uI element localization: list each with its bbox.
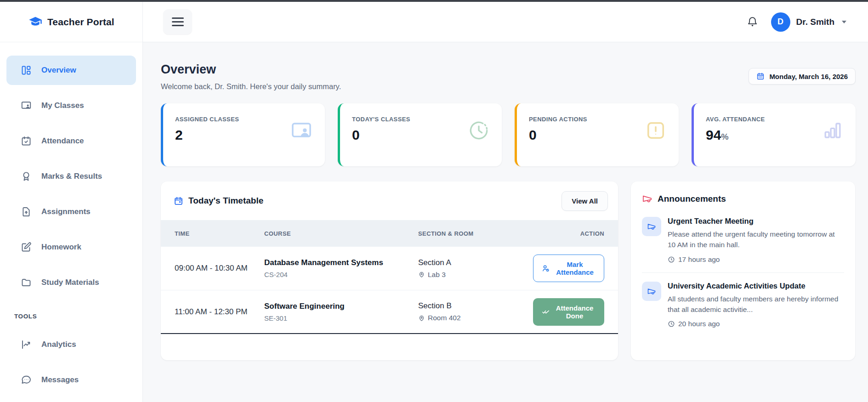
screen-user-icon xyxy=(21,100,32,111)
announcement-body: All students and faculty members are her… xyxy=(668,294,844,315)
calendar-icon xyxy=(174,196,183,206)
clock-icon xyxy=(467,119,490,142)
sidebar-item-assignments[interactable]: Assignments xyxy=(6,197,136,226)
folder-icon xyxy=(21,277,32,288)
sidebar-toggle-button[interactable] xyxy=(163,9,192,34)
page-content: Overview Welcome back, Dr. Smith. Here's… xyxy=(143,42,868,402)
sidebar-item-label: Overview xyxy=(41,66,76,75)
bell-icon xyxy=(747,16,758,28)
alert-square-icon xyxy=(644,119,667,142)
sidebar-item-label: Marks & Results xyxy=(41,172,102,181)
clock-icon xyxy=(668,256,675,263)
notifications-button[interactable] xyxy=(747,16,758,28)
row-course-name: Software Engineering xyxy=(264,302,418,311)
row-room: Room 402 xyxy=(428,314,461,322)
row-course-name: Database Management Systems xyxy=(264,258,418,267)
stat-card-pending-actions: PENDING ACTIONS 0 xyxy=(515,103,679,166)
sidebar-item-analytics[interactable]: Analytics xyxy=(6,330,136,359)
brand: Teacher Portal xyxy=(0,2,142,42)
timetable-header: Today's Timetable View All xyxy=(161,181,618,220)
megaphone-icon xyxy=(642,217,661,236)
file-upload-icon xyxy=(21,206,32,217)
column-course: COURSE xyxy=(264,230,418,237)
date-chip[interactable]: Monday, March 16, 2026 xyxy=(749,68,856,85)
medal-icon xyxy=(21,171,32,182)
sidebar-nav: Overview My Classes Attendance Marks & R… xyxy=(0,42,142,401)
clock-icon xyxy=(668,320,675,328)
announcements-title: Announcements xyxy=(658,194,726,204)
stat-value: 94 xyxy=(706,127,721,142)
row-time: 09:00 AM - 10:30 AM xyxy=(175,264,248,272)
user-menu[interactable]: D Dr. Smith xyxy=(771,12,846,32)
user-check-icon xyxy=(542,264,550,272)
row-room: Lab 3 xyxy=(428,271,446,279)
attendance-done-label: Attendance Done xyxy=(554,304,596,320)
megaphone-icon xyxy=(642,193,652,204)
sidebar-item-my-classes[interactable]: My Classes xyxy=(6,91,136,120)
calendar-check-icon xyxy=(21,136,32,147)
row-time: 11:00 AM - 12:30 PM xyxy=(175,307,247,316)
hamburger-icon xyxy=(172,17,184,19)
chat-icon xyxy=(21,374,32,385)
sidebar-item-label: Attendance xyxy=(41,136,84,146)
bar-chart-icon xyxy=(821,119,844,142)
megaphone-icon xyxy=(642,282,661,301)
sidebar-item-attendance[interactable]: Attendance xyxy=(6,126,136,156)
attendance-done-button[interactable]: Attendance Done xyxy=(533,298,604,326)
avatar: D xyxy=(771,12,790,32)
timetable-columns: TIME COURSE SECTION & ROOM ACTION xyxy=(161,220,618,247)
sidebar-item-label: Assignments xyxy=(41,207,91,216)
map-pin-icon xyxy=(418,271,425,278)
panels-row: Today's Timetable View All TIME COURSE S… xyxy=(161,181,856,360)
graduation-cap-icon xyxy=(28,15,42,29)
header-right: D Dr. Smith xyxy=(747,12,846,32)
page-head: Overview Welcome back, Dr. Smith. Here's… xyxy=(161,62,856,91)
line-chart-icon xyxy=(21,339,32,350)
sidebar-item-homework[interactable]: Homework xyxy=(6,232,136,262)
calendar-icon xyxy=(756,72,765,80)
page-subtitle: Welcome back, Dr. Smith. Here's your dai… xyxy=(161,82,341,91)
dashboard-icon xyxy=(21,65,32,76)
timetable-card: Today's Timetable View All TIME COURSE S… xyxy=(161,181,618,360)
screen-user-icon xyxy=(289,119,313,143)
stat-value: 0 xyxy=(352,127,360,142)
sidebar-item-label: Analytics xyxy=(41,340,76,349)
date-label: Monday, March 16, 2026 xyxy=(769,73,848,80)
sidebar-item-label: My Classes xyxy=(41,101,84,110)
stat-value: 2 xyxy=(175,127,183,142)
announcement-title: Urgent Teacher Meeting xyxy=(668,217,844,226)
column-action: ACTION xyxy=(533,230,618,237)
stat-card-todays-classes: TODAY'S CLASSES 0 xyxy=(338,103,502,166)
stat-card-assigned-classes: ASSIGNED CLASSES 2 xyxy=(161,103,325,166)
table-row: 11:00 AM - 12:30 PM Software Engineering… xyxy=(161,290,618,334)
row-section: Section B xyxy=(418,301,533,311)
stat-value: 0 xyxy=(529,127,537,142)
app-title: Teacher Portal xyxy=(47,17,114,28)
sidebar: Teacher Portal Overview My Classes Atten… xyxy=(0,2,143,402)
announcement-time-ago: 17 hours ago xyxy=(678,255,720,264)
view-all-button[interactable]: View All xyxy=(562,191,608,211)
sidebar-item-label: Study Materials xyxy=(41,278,99,287)
list-item: University Academic Activities Update Al… xyxy=(642,282,844,328)
table-row: 09:00 AM - 10:30 AM Database Management … xyxy=(161,247,618,290)
sidebar-item-messages[interactable]: Messages xyxy=(6,365,136,395)
row-course-code: CS-204 xyxy=(264,271,418,278)
column-section-room: SECTION & ROOM xyxy=(418,230,533,237)
page-title: Overview xyxy=(161,62,341,77)
row-course-code: SE-301 xyxy=(264,314,418,322)
edit-square-icon xyxy=(21,242,32,253)
map-pin-icon xyxy=(418,315,425,322)
sidebar-item-label: Homework xyxy=(41,243,81,252)
sidebar-item-label: Messages xyxy=(41,375,79,385)
sidebar-item-overview[interactable]: Overview xyxy=(6,56,136,85)
user-name: Dr. Smith xyxy=(796,17,834,27)
list-item: Urgent Teacher Meeting Please attend the… xyxy=(642,217,844,264)
double-check-icon xyxy=(542,308,550,316)
stat-card-avg-attendance: AVG. ATTENDANCE 94% xyxy=(692,103,856,166)
sidebar-item-marks-results[interactable]: Marks & Results xyxy=(6,162,136,191)
announcement-time-ago: 20 hours ago xyxy=(678,320,720,328)
sidebar-item-study-materials[interactable]: Study Materials xyxy=(6,268,136,297)
mark-attendance-label: Mark Attendance xyxy=(554,260,596,276)
divider xyxy=(642,272,844,273)
mark-attendance-button[interactable]: Mark Attendance xyxy=(533,255,604,282)
